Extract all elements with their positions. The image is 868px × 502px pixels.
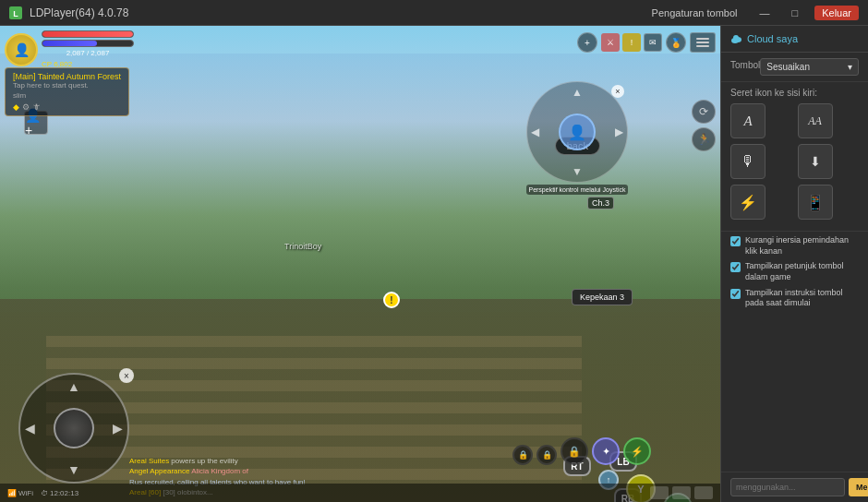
icon-item-lightning[interactable]: ⚡ [730,185,766,220]
bottom-icon-3[interactable] [694,486,713,499]
cloud-saya-label: Cloud saya [747,33,798,44]
icon-grid: A AA 🎙 ⬇ [730,103,859,179]
wifi-label: WiFi [18,489,33,497]
tombol-section: Tombol Sesuaikan ▾ [721,53,868,82]
skill-5[interactable]: ⚡ [623,437,651,465]
quest-icon-1: ◆ [13,102,19,112]
exit-button[interactable]: Keluar [814,6,859,20]
app-title: LDPlayer(64) 4.0.78 [30,6,128,19]
mail-icon[interactable]: ✉ [644,33,662,52]
checkbox-label-1: Kurangi inersia pemindahan klik kanan [745,235,859,257]
bottom-inputs: Menyimpan [721,472,868,502]
menggunakan-input[interactable] [730,478,845,496]
hud-coin-icon[interactable]: 🏅 [666,32,686,53]
icon-item-A[interactable]: A [730,103,766,138]
checkbox-section: Kurangi inersia pemindahan klik kanan Ta… [721,232,868,317]
titlebar: L LDPlayer(64) 4.0.78 Pengaturan tombol … [0,0,868,26]
left-joystick-outer[interactable]: ▲ ▼ ◀ ▶ [18,373,129,484]
persp-arrow-left: ◀ [531,126,539,138]
icon-item-mobile[interactable]: 📱 [798,185,833,220]
top-hud: 👤 2,087 / 2,087 CP 6,802 + [5,30,716,68]
cloud-saya-button[interactable]: Cloud saya [730,33,798,44]
quest-title: [Main] Tainted Autumn Forest [13,72,121,81]
minimize-button[interactable]: — [754,6,776,20]
wifi-status: 📶 WiFi [7,489,33,497]
bottom-icons [650,486,713,499]
drag-label: Seret ikon ke sisi kiri: [730,88,859,98]
joy-arrow-bottom: ▼ [67,462,80,477]
hud-plus-icon[interactable]: + [577,32,597,53]
skill-1[interactable]: 🔒 [512,445,533,465]
time-icon: ⏱ [41,489,48,497]
sidebar-header: Cloud saya [721,26,868,53]
joy-arrow-right: ▶ [113,421,123,436]
kepekaan-tooltip: Kepekaan 3 [572,289,633,305]
checkbox-3[interactable] [730,289,741,299]
icon-A-text: A [743,114,752,129]
icon-item-mic[interactable]: 🎙 [730,144,766,179]
chat-msg-2: Angel Appearance Alicia Kingdom of [129,466,489,476]
left-joystick-inner [54,408,94,448]
checkbox-2[interactable] [730,262,741,272]
app-icon: L [9,6,22,19]
mana-bar-bg [42,40,134,47]
perspective-joystick-outer[interactable]: × ▲ ▼ ◀ ▶ 👤 [526,81,628,183]
menu-icon[interactable] [690,32,716,53]
persp-arrow-top: ▲ [572,86,583,99]
dropdown-chevron: ▾ [848,62,852,72]
main-area: 👤 2,087 / 2,087 CP 6,802 + [0,26,868,502]
checkbox-label-3: Tampilkan instruksi tombol pada saat dim… [745,288,859,309]
titlebar-controls: Pengaturan tombol — □ Keluar [646,6,859,20]
quest-icon-2: ⚙ [22,102,30,112]
maximize-button[interactable]: □ [787,6,804,20]
drag-icons-section: Seret ikon ke sisi kiri: A AA 🎙 ⬇ ⚡ [721,82,868,232]
icon-item-download[interactable]: ⬇ [798,144,833,179]
skill-2[interactable]: 🔒 [536,445,557,465]
alert-icons: ⚔ ! ✉ [601,33,662,52]
mic-symbol: 🎙 [741,153,755,170]
skill-3[interactable]: 🔒 [561,437,588,465]
bottom-icon-1[interactable] [650,486,669,499]
menu-line-2 [696,42,709,43]
checkbox-1[interactable] [730,236,741,246]
perspective-joystick-inner: 👤 [559,114,596,150]
alert-icon-2[interactable]: ! [622,33,641,52]
game-viewport[interactable]: 👤 2,087 / 2,087 CP 6,802 + [0,26,720,502]
svg-text:L: L [13,9,18,18]
save-button[interactable]: Menyimpan [849,478,868,496]
player-avatar: 👤 [5,33,38,66]
left-joystick-close[interactable]: × [119,368,134,383]
persp-arrow-bottom: ▼ [572,165,583,178]
persp-arrow-right: ▶ [615,126,623,138]
chat-msg-1: Areal Suites powers up the evility [129,456,489,466]
skill-4[interactable]: ✦ [592,437,620,465]
alert-icon-1[interactable]: ⚔ [601,33,620,52]
health-bars: 2,087 / 2,087 CP 6,802 [42,30,134,68]
tombol-row: Tombol Sesuaikan ▾ [730,58,859,76]
quest-box: [Main] Tainted Autumn Forest Tap here to… [5,67,129,116]
icon-AA-text: AA [808,114,822,128]
perspective-label: Perspektif kontrol melalui Joystick [526,185,628,195]
checkbox-row-3: Tampilkan instruksi tombol pada saat dim… [730,288,859,309]
scroll-icon-1[interactable]: ⟳ [692,100,716,124]
icon-grid-2: ⚡ 📱 [730,185,859,220]
mobile-symbol: 📱 [806,194,825,211]
sesuaikan-dropdown[interactable]: Sesuaikan ▾ [760,58,859,76]
icon-item-AA[interactable]: AA [798,103,833,138]
joy-arrow-top: ▲ [67,379,80,394]
yellow-indicator: ! [383,292,400,308]
game-ui-overlay: 👤 2,087 / 2,087 CP 6,802 + [0,26,720,502]
scroll-icon-2[interactable]: 🏃 [692,127,716,151]
bottom-icon-2[interactable] [672,486,691,499]
perspective-joystick-close[interactable]: × [611,85,624,98]
health-text: 2,087 / 2,087 [42,49,134,57]
left-joystick[interactable]: × ▲ ▼ ◀ ▶ [18,373,129,484]
bottom-status: 📶 WiFi ⏱ 12:02:13 [0,484,720,502]
sidebar-panel: Cloud saya Tombol Sesuaikan ▾ Seret ikon… [720,26,868,502]
quest-desc: Tap here to start quest. [13,81,121,90]
time-label: 12:02:13 [50,489,78,497]
perspective-joystick[interactable]: × ▲ ▼ ◀ ▶ 👤 Perspektif kontrol melalui J… [526,81,628,183]
right-side-icons: ⟳ 🏃 [692,100,716,151]
settings-button[interactable]: Pengaturan tombol [646,6,743,20]
joy-arrow-left: ◀ [25,421,35,436]
